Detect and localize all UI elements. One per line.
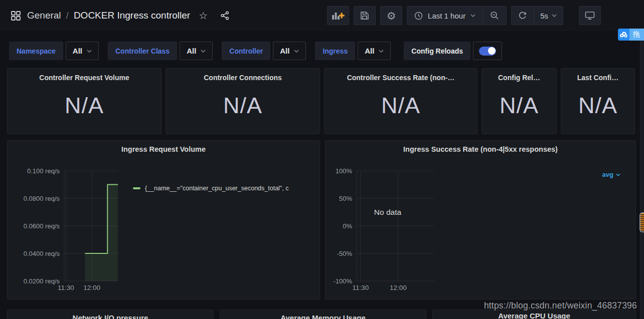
toggle-knob — [488, 47, 496, 55]
svg-text:0.100 req/s: 0.100 req/s — [27, 167, 60, 175]
stat-panel-last-config: Last Confi… N/A — [561, 68, 635, 134]
variable-namespace: Namespace All — [9, 42, 99, 60]
stat-value: N/A — [500, 78, 539, 134]
chevron-down-icon — [616, 173, 620, 176]
svg-text:12:00: 12:00 — [83, 284, 100, 291]
svg-text:0.0400 req/s: 0.0400 req/s — [24, 250, 60, 257]
toggle-pill — [479, 47, 496, 56]
legend-avg-label: avg — [602, 171, 613, 178]
share-icon[interactable] — [220, 11, 230, 20]
variable-controller-class-select[interactable]: All — [180, 42, 213, 60]
stat-value: N/A — [381, 78, 420, 134]
svg-text:0.0200 req/s: 0.0200 req/s — [24, 277, 60, 285]
stat-panel-controller-success-rate: Controller Success Rate (non-… N/A — [324, 68, 477, 134]
variable-controller-class: Controller Class All — [108, 42, 213, 60]
settings-gear-icon: ⚙ — [387, 11, 396, 21]
chevron-down-icon — [379, 50, 384, 53]
svg-text:0%: 0% — [343, 222, 352, 230]
dashboards-grid-icon[interactable] — [11, 11, 21, 21]
variable-controller: Controller All — [222, 42, 306, 60]
panel-title[interactable]: Average CPU Usage — [433, 311, 635, 319]
netdisk-cloud-icon — [618, 29, 629, 41]
stat-panel-controller-request-volume: Controller Request Volume N/A — [7, 68, 162, 134]
refresh-interval-label: 5s — [540, 12, 548, 20]
graph-panels-row: Ingress Request Volume 0.100 req/s0.0800… — [7, 140, 644, 299]
graph-panel-ingress-request-volume: Ingress Request Volume 0.100 req/s0.0800… — [7, 140, 320, 299]
top-nav: General / DOCKER Ingress controller ☆ — [0, 0, 644, 31]
save-dashboard-button[interactable] — [354, 6, 376, 25]
stat-value: N/A — [578, 78, 617, 134]
svg-text:-100%: -100% — [333, 277, 352, 285]
add-panel-button[interactable] — [327, 6, 349, 25]
stat-panel-config-reloads: Config Rel… N/A — [481, 68, 557, 134]
svg-text:100%: 100% — [336, 167, 353, 175]
variable-controller-label: Controller — [222, 42, 270, 60]
breadcrumb-folder[interactable]: General — [27, 10, 61, 21]
graph-panel-ingress-success-rate: Ingress Success Rate (non-4|5xx response… — [325, 140, 636, 299]
variable-controller-value: All — [280, 47, 289, 55]
svg-text:50%: 50% — [339, 195, 352, 202]
star-icon[interactable]: ☆ — [199, 10, 208, 22]
chevron-down-icon — [470, 14, 475, 17]
variable-namespace-label: Namespace — [9, 42, 63, 60]
tv-mode-icon — [585, 11, 595, 20]
variable-ingress-label: Ingress — [315, 42, 355, 60]
zoom-out-icon — [490, 11, 499, 20]
chevron-down-icon — [87, 50, 92, 53]
refresh-icon — [518, 11, 527, 20]
legend-series-name: {__name__="container_cpu_user_seconds_to… — [145, 185, 289, 192]
extension-badge-text: 拖 — [629, 29, 644, 41]
refresh-button[interactable] — [512, 7, 534, 25]
svg-text:11:30: 11:30 — [353, 284, 369, 291]
config-reloads-toggle[interactable] — [473, 42, 502, 60]
tv-mode-button[interactable] — [579, 6, 601, 25]
stat-panels-row: Controller Request Volume N/A Controller… — [7, 68, 644, 134]
breadcrumb-title[interactable]: DOCKER Ingress controller — [74, 10, 190, 21]
graph-panel-average-memory-usage: Average Memory Usage — [220, 309, 426, 319]
variable-controller-class-value: All — [187, 47, 196, 55]
chevron-down-icon — [201, 50, 206, 53]
variable-ingress: Ingress All — [315, 42, 391, 60]
add-panel-icon — [332, 11, 345, 20]
watermark-url: https://blog.csdn.net/weixin_46837396 — [484, 300, 637, 311]
stat-panel-controller-connections: Controller Connections N/A — [166, 68, 320, 134]
dashboard-settings-button[interactable]: ⚙ — [380, 6, 402, 25]
graph-panel-network-io-pressure: Network I/O pressure — [7, 309, 214, 319]
zoom-out-button[interactable] — [482, 7, 506, 25]
config-reloads-label: Config Reloads — [404, 42, 470, 60]
svg-text:11:30: 11:30 — [58, 284, 74, 291]
time-range-label: Last 1 hour — [428, 12, 465, 20]
stat-value: N/A — [223, 78, 262, 134]
refresh-group: 5s — [511, 6, 563, 25]
config-reloads-control: Config Reloads — [404, 42, 502, 60]
dashboard-variables-row: Namespace All Controller Class All Contr… — [9, 42, 644, 60]
legend-avg-dropdown[interactable]: avg — [602, 171, 620, 178]
legend-series-swatch — [133, 187, 140, 189]
panel-title[interactable]: Network I/O pressure — [8, 313, 213, 319]
svg-text:No data: No data — [374, 208, 402, 216]
time-range-picker[interactable]: Last 1 hour — [407, 7, 482, 25]
time-series-plot[interactable]: 100%50%0%-50%-100%11:3012:00No data — [326, 141, 636, 299]
svg-text:0.0600 req/s: 0.0600 req/s — [24, 222, 60, 230]
time-picker-group: Last 1 hour — [407, 6, 507, 25]
drag-handle[interactable] — [639, 212, 644, 232]
svg-text:-50%: -50% — [337, 250, 353, 257]
variable-ingress-select[interactable]: All — [358, 42, 391, 60]
chevron-down-icon — [294, 50, 299, 53]
svg-text:0.0800 req/s: 0.0800 req/s — [24, 195, 60, 202]
legend-item[interactable]: {__name__="container_cpu_user_seconds_to… — [133, 185, 316, 192]
variable-controller-select[interactable]: All — [273, 42, 306, 60]
scrollbar[interactable] — [640, 31, 644, 319]
stat-value: N/A — [65, 78, 104, 134]
time-series-plot[interactable]: 0.100 req/s0.0800 req/s0.0600 req/s0.040… — [8, 141, 320, 299]
refresh-interval-picker[interactable]: 5s — [534, 7, 563, 25]
save-icon — [360, 11, 369, 20]
breadcrumb-separator: / — [66, 10, 69, 21]
chevron-down-icon — [552, 14, 557, 17]
svg-text:12:00: 12:00 — [390, 284, 407, 291]
variable-namespace-select[interactable]: All — [66, 42, 99, 60]
extension-badge[interactable]: 拖 — [618, 29, 644, 41]
panel-title[interactable]: Average Memory Usage — [220, 313, 426, 319]
clock-icon — [414, 12, 423, 20]
variable-ingress-value: All — [365, 47, 374, 55]
